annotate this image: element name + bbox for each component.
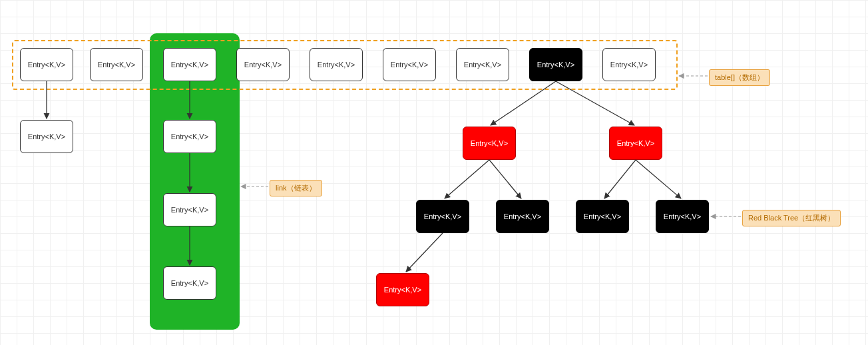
rbtree-L: Entry<K,V> <box>463 127 516 160</box>
rbtree-LR: Entry<K,V> <box>496 200 549 233</box>
rbtree-LL: Entry<K,V> <box>416 200 469 233</box>
callout-link: link（链表） <box>270 180 322 196</box>
table-slot-0: Entry<K,V> <box>20 48 73 81</box>
svg-line-6 <box>445 160 489 198</box>
callout-rbtree: Red Black Tree（红黑树） <box>742 210 841 226</box>
bucket0-node-0: Entry<K,V> <box>20 120 73 153</box>
rbtree-RR: Entry<K,V> <box>656 200 709 233</box>
svg-line-10 <box>406 233 443 272</box>
table-slot-1: Entry<K,V> <box>90 48 143 81</box>
rbtree-RL: Entry<K,V> <box>576 200 629 233</box>
callout-table: table[]（数组） <box>709 69 770 86</box>
table-slot-3: Entry<K,V> <box>236 48 290 81</box>
bucket2-node-2: Entry<K,V> <box>163 266 216 300</box>
table-slot-8: Entry<K,V> <box>602 48 656 81</box>
svg-line-7 <box>489 160 521 198</box>
svg-line-9 <box>636 160 681 198</box>
table-slot-6: Entry<K,V> <box>456 48 509 81</box>
svg-line-8 <box>604 160 636 198</box>
bucket2-node-1: Entry<K,V> <box>163 193 216 226</box>
table-slot-2: Entry<K,V> <box>163 48 216 81</box>
rbtree-R: Entry<K,V> <box>609 127 662 160</box>
table-slot-4: Entry<K,V> <box>310 48 363 81</box>
bucket2-node-0: Entry<K,V> <box>163 120 216 153</box>
table-slot-5: Entry<K,V> <box>383 48 436 81</box>
table-slot-7: Entry<K,V> <box>529 48 582 81</box>
rbtree-LLL: Entry<K,V> <box>376 273 429 306</box>
